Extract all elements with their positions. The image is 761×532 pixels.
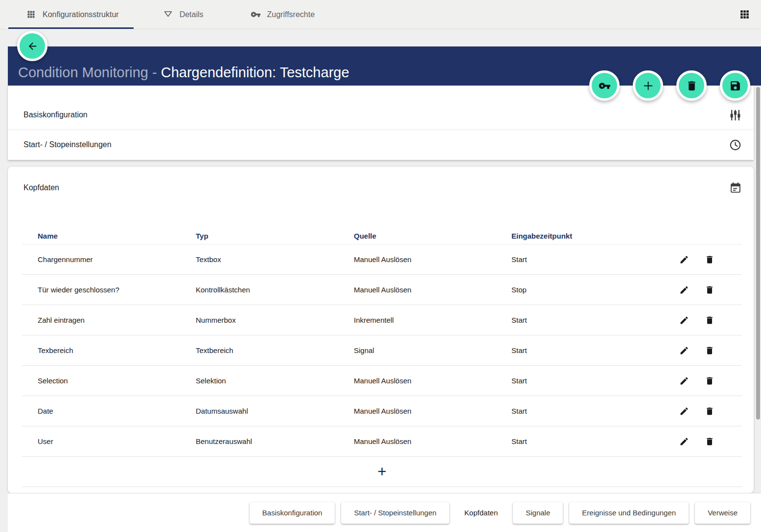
edit-row-button[interactable] — [678, 284, 690, 296]
pencil-icon — [679, 285, 689, 295]
row-actions — [678, 284, 747, 296]
column-header-quelle: Quelle — [354, 232, 511, 240]
trash-icon — [705, 255, 715, 265]
tab-label: Zugriffsrechte — [267, 10, 315, 19]
tab-bar: KonfigurationsstrukturDetailsZugriffsrec… — [0, 0, 761, 29]
edit-row-button[interactable] — [678, 375, 690, 387]
section-basiskonfiguration[interactable]: Basiskonfiguration — [8, 100, 754, 130]
footer-button-signale[interactable]: Signale — [513, 502, 563, 524]
tab-details[interactable]: Details — [134, 0, 233, 29]
delete-row-button[interactable] — [704, 405, 715, 417]
cell-quelle: Signal — [354, 346, 511, 355]
apps-menu-button[interactable] — [738, 8, 751, 22]
tab-label: Konfigurationsstruktur — [43, 10, 119, 19]
table-row: SelectionSelektionManuell AuslösenStart — [22, 366, 742, 396]
section-label: Basiskonfiguration — [23, 111, 88, 119]
tab-label: Details — [180, 10, 204, 19]
save-button[interactable] — [720, 70, 750, 101]
section-start-stopeinstellungen[interactable]: Start- / Stopeinstellungen — [8, 130, 754, 159]
cell-quelle: Manuell Auslösen — [354, 437, 511, 445]
tab-list: KonfigurationsstrukturDetailsZugriffsrec… — [8, 0, 329, 29]
edit-row-button[interactable] — [678, 345, 690, 356]
footer-button-kopfdaten[interactable]: Kopfdaten — [456, 502, 507, 524]
delete-row-button[interactable] — [704, 284, 715, 296]
add-button[interactable] — [633, 70, 663, 101]
row-actions — [678, 254, 747, 266]
plus-icon — [642, 80, 654, 92]
cell-name: Texbereich — [22, 346, 196, 355]
delete-button[interactable] — [676, 70, 707, 101]
add-entry-button[interactable]: + — [370, 462, 393, 481]
delete-row-button[interactable] — [704, 314, 715, 326]
cell-typ: Benutzerauswahl — [196, 437, 354, 445]
row-actions — [678, 375, 747, 387]
cell-quelle: Manuell Auslösen — [354, 286, 511, 294]
footer-button-verweise[interactable]: Verweise — [695, 502, 750, 524]
table-row: TexbereichTextbereichSignalStart — [22, 335, 742, 366]
edit-row-button[interactable] — [678, 436, 690, 447]
delete-row-button[interactable] — [704, 375, 715, 387]
cell-name: Selection — [22, 377, 196, 385]
cell-typ: Datumsauswahl — [196, 407, 354, 415]
table-row: ChargennummerTextboxManuell AuslösenStar… — [22, 244, 742, 275]
edit-row-button[interactable] — [678, 405, 690, 417]
footer-button-basiskonfiguration[interactable]: Basiskonfiguration — [250, 502, 335, 524]
pencil-icon — [679, 406, 689, 416]
edit-row-button[interactable] — [678, 314, 690, 326]
trash-icon — [705, 346, 715, 355]
footer-button-start-stopeinstellungen[interactable]: Start- / Stopeinstellungen — [341, 502, 449, 524]
cell-eingabezeitpunkt: Start — [511, 407, 678, 415]
trash-icon — [705, 406, 715, 416]
pencil-icon — [679, 315, 689, 325]
trash-icon — [705, 315, 715, 325]
table-row: DateDatumsauswahlManuell AuslösenStart — [22, 396, 742, 426]
page-title: Condition Monitoring - Chargendefinition… — [18, 66, 349, 80]
cell-quelle: Manuell Auslösen — [354, 407, 511, 415]
cell-eingabezeitpunkt: Stop — [511, 286, 678, 294]
table-body: ChargennummerTextboxManuell AuslösenStar… — [22, 244, 742, 457]
add-row: + — [22, 457, 742, 487]
permissions-button[interactable] — [589, 70, 620, 101]
delete-row-button[interactable] — [704, 436, 715, 447]
trash-icon — [705, 376, 715, 386]
cell-typ: Textbox — [196, 255, 354, 264]
delete-row-button[interactable] — [704, 345, 715, 356]
cell-eingabezeitpunkt: Start — [511, 377, 678, 385]
cell-eingabezeitpunkt: Start — [511, 437, 678, 445]
header-actions — [589, 70, 750, 101]
row-actions — [678, 405, 747, 417]
kopfdaten-header: Kopfdaten — [8, 167, 754, 196]
cell-name: Date — [22, 407, 196, 415]
back-arrow-icon — [27, 41, 38, 52]
filter-icon — [163, 9, 173, 20]
kopfdaten-card: Kopfdaten NameTypQuelleEingabezeitpunkt … — [8, 167, 754, 493]
pencil-icon — [679, 255, 689, 265]
edit-row-button[interactable] — [678, 254, 690, 266]
tab-konfigurationsstruktur[interactable]: Konfigurationsstruktur — [8, 0, 134, 29]
back-button[interactable] — [17, 31, 47, 61]
delete-row-button[interactable] — [704, 254, 715, 266]
tab-zugriffsrechte[interactable]: Zugriffsrechte — [233, 0, 330, 29]
key-icon — [599, 80, 611, 92]
kopfdaten-calendar-button[interactable] — [728, 180, 743, 195]
grid-icon — [738, 8, 751, 21]
cell-typ: Nummerbox — [196, 316, 354, 324]
section-label: Start- / Stopeinstellungen — [23, 140, 112, 149]
clock-icon — [729, 138, 742, 152]
page-title-prefix: Condition Monitoring - — [18, 65, 161, 80]
cell-typ: Textbereich — [196, 346, 354, 355]
calendar-note-icon — [729, 181, 742, 194]
cell-name: Zahl eintragen — [22, 316, 196, 324]
trash-icon — [686, 80, 698, 92]
cell-typ: Kontrollkästchen — [196, 286, 354, 294]
footer-button-ereignisse-und-bedingungen[interactable]: Ereignisse und Bedingungen — [569, 502, 689, 524]
trash-icon — [705, 285, 715, 295]
sliders-vertical-button[interactable] — [728, 108, 743, 123]
column-header-name: Name — [22, 232, 196, 240]
clock-button[interactable] — [728, 137, 743, 153]
column-header-eingabezeitpunkt: Eingabezeitpunkt — [511, 232, 678, 240]
cell-name: Tür wieder geschlossen? — [22, 286, 196, 294]
table-row: UserBenutzerauswahlManuell AuslösenStart — [22, 426, 742, 457]
scrollbar-thumb[interactable] — [756, 87, 760, 420]
cell-name: Chargennummer — [22, 255, 196, 264]
